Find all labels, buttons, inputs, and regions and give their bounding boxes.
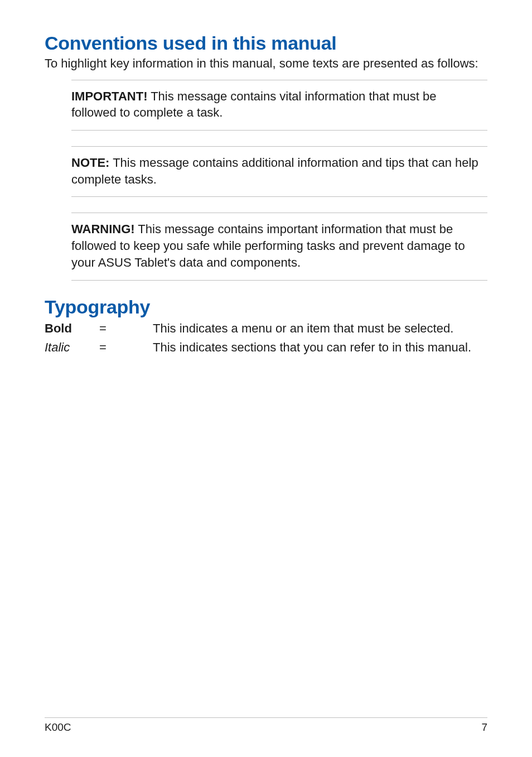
note-label: WARNING! bbox=[71, 222, 135, 236]
divider bbox=[71, 280, 487, 281]
typography-equals: = bbox=[99, 338, 153, 357]
typography-term: Bold bbox=[45, 319, 99, 338]
note-warning: WARNING! This message contains important… bbox=[71, 213, 487, 280]
page-footer: K00C 7 bbox=[45, 717, 487, 734]
page-content: Conventions used in this manual To highl… bbox=[0, 0, 532, 357]
divider bbox=[71, 130, 487, 131]
note-label: IMPORTANT! bbox=[71, 89, 147, 103]
heading-conventions: Conventions used in this manual bbox=[45, 32, 487, 54]
footer-model: K00C bbox=[45, 721, 71, 734]
typography-row-bold: Bold = This indicates a menu or an item … bbox=[45, 319, 487, 338]
note-label: NOTE: bbox=[71, 156, 109, 170]
note-text: This message contains additional informa… bbox=[71, 156, 478, 186]
typography-row-italic: Italic = This indicates sections that yo… bbox=[45, 338, 487, 357]
typography-table: Bold = This indicates a menu or an item … bbox=[45, 319, 487, 357]
typography-desc: This indicates a menu or an item that mu… bbox=[153, 319, 487, 338]
typography-desc: This indicates sections that you can ref… bbox=[153, 338, 487, 357]
divider bbox=[71, 196, 487, 197]
intro-conventions: To highlight key information in this man… bbox=[45, 55, 487, 72]
heading-typography: Typography bbox=[45, 296, 487, 318]
footer-page-number: 7 bbox=[481, 721, 487, 734]
typography-equals: = bbox=[99, 319, 153, 338]
typography-term: Italic bbox=[45, 338, 99, 357]
note-important: IMPORTANT! This message contains vital i… bbox=[71, 80, 487, 131]
note-note: NOTE: This message contains additional i… bbox=[71, 146, 487, 197]
